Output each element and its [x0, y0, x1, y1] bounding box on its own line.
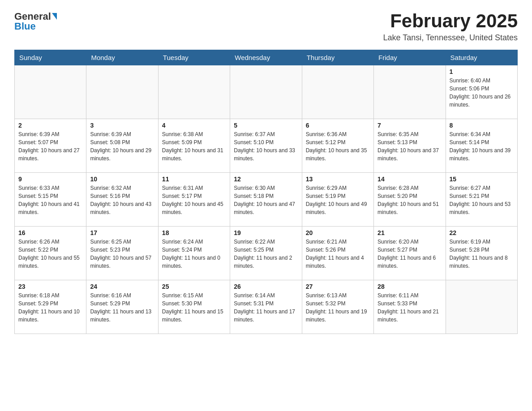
calendar-cell: 24Sunrise: 6:16 AMSunset: 5:29 PMDayligh… — [86, 280, 158, 334]
day-info: Sunrise: 6:11 AMSunset: 5:33 PMDaylight:… — [378, 291, 442, 324]
calendar-cell — [446, 280, 517, 334]
day-of-week-saturday: Saturday — [446, 50, 517, 65]
day-info: Sunrise: 6:22 AMSunset: 5:25 PMDaylight:… — [234, 238, 298, 270]
day-number: 7 — [378, 122, 442, 129]
calendar-cell: 23Sunrise: 6:18 AMSunset: 5:29 PMDayligh… — [15, 280, 86, 334]
day-number: 22 — [450, 229, 514, 236]
day-of-week-wednesday: Wednesday — [230, 50, 302, 65]
calendar-cell: 22Sunrise: 6:19 AMSunset: 5:28 PMDayligh… — [446, 227, 517, 280]
day-of-week-thursday: Thursday — [302, 50, 373, 65]
day-info: Sunrise: 6:28 AMSunset: 5:20 PMDaylight:… — [378, 184, 442, 216]
day-number: 18 — [162, 229, 226, 236]
calendar-cell: 3Sunrise: 6:39 AMSunset: 5:08 PMDaylight… — [86, 119, 158, 173]
calendar-cell: 6Sunrise: 6:36 AMSunset: 5:12 PMDaylight… — [302, 119, 373, 173]
day-number: 1 — [450, 68, 514, 75]
day-number: 4 — [162, 122, 226, 129]
day-info: Sunrise: 6:36 AMSunset: 5:12 PMDaylight:… — [306, 130, 370, 163]
day-number: 10 — [90, 176, 154, 183]
day-number: 26 — [234, 283, 298, 290]
calendar-cell: 8Sunrise: 6:34 AMSunset: 5:14 PMDaylight… — [446, 119, 517, 173]
calendar-cell — [86, 65, 158, 119]
calendar-week-row: 9Sunrise: 6:33 AMSunset: 5:15 PMDaylight… — [15, 173, 518, 227]
day-number: 17 — [90, 229, 154, 236]
day-of-week-monday: Monday — [86, 50, 158, 65]
day-number: 12 — [234, 176, 298, 183]
day-number: 13 — [306, 176, 370, 183]
calendar-cell — [15, 65, 86, 119]
day-number: 16 — [18, 229, 82, 236]
day-info: Sunrise: 6:18 AMSunset: 5:29 PMDaylight:… — [18, 291, 82, 324]
calendar-cell: 26Sunrise: 6:14 AMSunset: 5:31 PMDayligh… — [230, 280, 302, 334]
day-info: Sunrise: 6:32 AMSunset: 5:16 PMDaylight:… — [90, 184, 154, 216]
calendar-cell: 17Sunrise: 6:25 AMSunset: 5:23 PMDayligh… — [86, 227, 158, 280]
calendar-header-row: SundayMondayTuesdayWednesdayThursdayFrid… — [15, 50, 518, 65]
day-info: Sunrise: 6:26 AMSunset: 5:22 PMDaylight:… — [18, 238, 82, 270]
day-info: Sunrise: 6:37 AMSunset: 5:10 PMDaylight:… — [234, 130, 298, 163]
logo: General Blue — [14, 11, 57, 32]
calendar-cell: 1Sunrise: 6:40 AMSunset: 5:06 PMDaylight… — [446, 65, 517, 119]
day-info: Sunrise: 6:40 AMSunset: 5:06 PMDaylight:… — [450, 77, 514, 109]
calendar-cell — [374, 65, 446, 119]
day-info: Sunrise: 6:15 AMSunset: 5:30 PMDaylight:… — [162, 291, 226, 324]
day-info: Sunrise: 6:35 AMSunset: 5:13 PMDaylight:… — [378, 130, 442, 163]
day-number: 19 — [234, 229, 298, 236]
calendar-cell — [302, 65, 373, 119]
calendar-cell: 7Sunrise: 6:35 AMSunset: 5:13 PMDaylight… — [374, 119, 446, 173]
day-number: 28 — [378, 283, 442, 290]
calendar-cell: 15Sunrise: 6:27 AMSunset: 5:21 PMDayligh… — [446, 173, 517, 227]
calendar-cell: 14Sunrise: 6:28 AMSunset: 5:20 PMDayligh… — [374, 173, 446, 227]
day-info: Sunrise: 6:27 AMSunset: 5:21 PMDaylight:… — [450, 184, 514, 216]
calendar-week-row: 23Sunrise: 6:18 AMSunset: 5:29 PMDayligh… — [15, 280, 518, 334]
day-of-week-friday: Friday — [374, 50, 446, 65]
day-info: Sunrise: 6:29 AMSunset: 5:19 PMDaylight:… — [306, 184, 370, 216]
day-number: 15 — [450, 176, 514, 183]
calendar-cell — [230, 65, 302, 119]
calendar-cell: 19Sunrise: 6:22 AMSunset: 5:25 PMDayligh… — [230, 227, 302, 280]
calendar-cell: 21Sunrise: 6:20 AMSunset: 5:27 PMDayligh… — [374, 227, 446, 280]
day-info: Sunrise: 6:34 AMSunset: 5:14 PMDaylight:… — [450, 130, 514, 163]
calendar-cell: 4Sunrise: 6:38 AMSunset: 5:09 PMDaylight… — [158, 119, 230, 173]
day-info: Sunrise: 6:30 AMSunset: 5:18 PMDaylight:… — [234, 184, 298, 216]
day-number: 27 — [306, 283, 370, 290]
location-subtitle: Lake Tansi, Tennessee, United States — [383, 33, 518, 43]
day-number: 2 — [18, 122, 82, 129]
day-number: 9 — [18, 176, 82, 183]
day-number: 24 — [90, 283, 154, 290]
calendar-cell: 20Sunrise: 6:21 AMSunset: 5:26 PMDayligh… — [302, 227, 373, 280]
day-number: 3 — [90, 122, 154, 129]
calendar-cell: 2Sunrise: 6:39 AMSunset: 5:07 PMDaylight… — [15, 119, 86, 173]
calendar-cell — [158, 65, 230, 119]
day-info: Sunrise: 6:16 AMSunset: 5:29 PMDaylight:… — [90, 291, 154, 324]
day-info: Sunrise: 6:33 AMSunset: 5:15 PMDaylight:… — [18, 184, 82, 216]
logo-blue-text: Blue — [14, 21, 36, 32]
day-info: Sunrise: 6:25 AMSunset: 5:23 PMDaylight:… — [90, 238, 154, 270]
title-block: February 2025 Lake Tansi, Tennessee, Uni… — [383, 11, 518, 43]
day-of-week-sunday: Sunday — [15, 50, 86, 65]
calendar-cell: 28Sunrise: 6:11 AMSunset: 5:33 PMDayligh… — [374, 280, 446, 334]
calendar-cell: 18Sunrise: 6:24 AMSunset: 5:24 PMDayligh… — [158, 227, 230, 280]
calendar-cell: 5Sunrise: 6:37 AMSunset: 5:10 PMDaylight… — [230, 119, 302, 173]
day-info: Sunrise: 6:13 AMSunset: 5:32 PMDaylight:… — [306, 291, 370, 324]
day-info: Sunrise: 6:39 AMSunset: 5:07 PMDaylight:… — [18, 130, 82, 163]
calendar-cell: 16Sunrise: 6:26 AMSunset: 5:22 PMDayligh… — [15, 227, 86, 280]
day-info: Sunrise: 6:39 AMSunset: 5:08 PMDaylight:… — [90, 130, 154, 163]
day-number: 8 — [450, 122, 514, 129]
calendar-cell: 9Sunrise: 6:33 AMSunset: 5:15 PMDaylight… — [15, 173, 86, 227]
calendar-cell: 25Sunrise: 6:15 AMSunset: 5:30 PMDayligh… — [158, 280, 230, 334]
calendar-week-row: 1Sunrise: 6:40 AMSunset: 5:06 PMDaylight… — [15, 65, 518, 119]
logo-triangle-icon — [52, 13, 57, 20]
day-number: 14 — [378, 176, 442, 183]
day-info: Sunrise: 6:21 AMSunset: 5:26 PMDaylight:… — [306, 238, 370, 270]
calendar-week-row: 2Sunrise: 6:39 AMSunset: 5:07 PMDaylight… — [15, 119, 518, 173]
day-number: 23 — [18, 283, 82, 290]
day-info: Sunrise: 6:20 AMSunset: 5:27 PMDaylight:… — [378, 238, 442, 270]
day-number: 25 — [162, 283, 226, 290]
day-info: Sunrise: 6:38 AMSunset: 5:09 PMDaylight:… — [162, 130, 226, 163]
calendar-cell: 13Sunrise: 6:29 AMSunset: 5:19 PMDayligh… — [302, 173, 373, 227]
day-number: 21 — [378, 229, 442, 236]
day-number: 6 — [306, 122, 370, 129]
calendar-cell: 11Sunrise: 6:31 AMSunset: 5:17 PMDayligh… — [158, 173, 230, 227]
month-year-title: February 2025 — [383, 11, 518, 31]
day-number: 11 — [162, 176, 226, 183]
day-number: 20 — [306, 229, 370, 236]
